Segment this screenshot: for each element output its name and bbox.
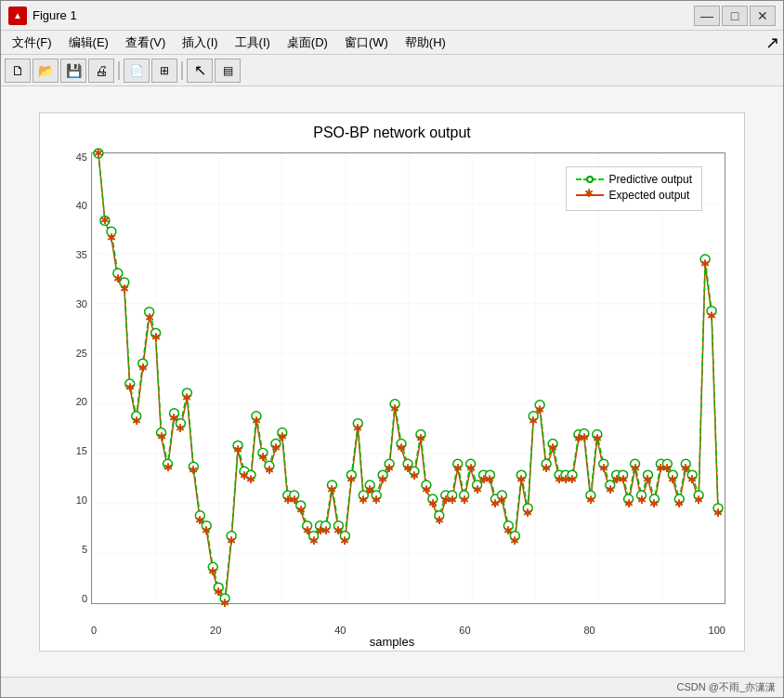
svg-text:✱: ✱ <box>265 464 274 477</box>
svg-text:✱: ✱ <box>435 513 444 526</box>
y-label-35: 35 <box>40 250 87 260</box>
svg-text:✱: ✱ <box>586 493 595 506</box>
svg-text:✱: ✱ <box>674 496 684 509</box>
y-label-25: 25 <box>40 349 87 359</box>
svg-text:✱: ✱ <box>132 414 141 427</box>
new-button[interactable]: 🗋 <box>5 59 31 83</box>
close-button[interactable]: ✕ <box>750 6 776 26</box>
svg-text:✱: ✱ <box>694 493 703 506</box>
svg-text:✱: ✱ <box>397 441 406 454</box>
svg-text:✱: ✱ <box>422 482 431 495</box>
save-button[interactable]: 💾 <box>60 59 86 83</box>
svg-text:✱: ✱ <box>189 464 198 477</box>
legend-expected: ✱ Expected output <box>576 189 692 202</box>
select-button[interactable]: ↖ <box>187 59 213 83</box>
menu-file[interactable]: 文件(F) <box>5 33 59 53</box>
menu-tools[interactable]: 工具(I) <box>228 33 278 53</box>
svg-text:✱: ✱ <box>448 493 457 506</box>
svg-text:✱: ✱ <box>120 282 129 295</box>
legend-predictive-dot <box>586 176 594 183</box>
zoom-button[interactable]: ▤ <box>215 59 241 83</box>
svg-text:✱: ✱ <box>568 473 577 486</box>
open-button[interactable]: 📂 <box>33 59 59 83</box>
minimize-button[interactable]: — <box>694 6 720 26</box>
x-axis-title: samples <box>40 635 744 649</box>
svg-text:✱: ✱ <box>107 231 116 244</box>
svg-text:✱: ✱ <box>713 506 723 519</box>
svg-text:✱: ✱ <box>220 596 229 609</box>
bottom-bar: CSDN @不雨_亦潇潇 <box>1 677 783 697</box>
svg-text:✱: ✱ <box>378 473 387 486</box>
svg-text:✱: ✱ <box>599 462 608 475</box>
svg-text:✱: ✱ <box>138 362 148 375</box>
svg-text:✱: ✱ <box>631 462 640 475</box>
svg-text:✱: ✱ <box>100 214 110 227</box>
svg-text:✱: ✱ <box>523 506 532 519</box>
y-label-20: 20 <box>40 397 87 407</box>
svg-text:✱: ✱ <box>227 533 236 547</box>
svg-text:✱: ✱ <box>649 496 659 509</box>
svg-text:✱: ✱ <box>548 441 557 454</box>
chart-area: PSO-BP network output 0 5 10 15 20 25 30… <box>1 86 783 677</box>
svg-text:✱: ✱ <box>296 503 306 516</box>
svg-text:✱: ✱ <box>542 462 551 475</box>
svg-text:✱: ✱ <box>182 390 191 403</box>
dock-arrow-icon[interactable]: ↗ <box>765 33 779 53</box>
menu-view[interactable]: 查看(V) <box>118 33 173 53</box>
layout-button[interactable]: ⊞ <box>151 59 177 83</box>
chart-svg: ✱✱✱ ✱✱✱ ✱✱✱ ✱✱✱ ✱✱✱ ✱✱✱ ✱✱✱ ✱✱✱ ✱✱✱ ✱✱✱ … <box>92 153 725 603</box>
svg-text:✱: ✱ <box>163 461 173 474</box>
svg-text:✱: ✱ <box>619 473 628 486</box>
print-button[interactable]: 🖨 <box>88 59 114 83</box>
svg-text:✱: ✱ <box>624 496 634 509</box>
export-button[interactable]: 📄 <box>124 59 150 83</box>
legend-expected-star: ✱ <box>584 188 594 199</box>
svg-text:✱: ✱ <box>202 523 211 536</box>
toolbar-sep-1 <box>118 61 120 80</box>
svg-text:✱: ✱ <box>94 146 103 159</box>
menu-desktop[interactable]: 桌面(D) <box>280 33 335 53</box>
menu-insert[interactable]: 插入(I) <box>175 33 225 53</box>
chart-legend: Predictive output ✱ Expected output <box>566 166 702 211</box>
svg-text:✱: ✱ <box>453 462 463 475</box>
svg-text:✱: ✱ <box>580 431 589 444</box>
svg-text:✱: ✱ <box>125 380 135 393</box>
svg-text:✱: ✱ <box>707 309 716 322</box>
legend-predictive-line <box>576 178 604 180</box>
maximize-button[interactable]: □ <box>722 6 748 26</box>
y-label-30: 30 <box>40 299 87 309</box>
legend-expected-label: Expected output <box>609 189 690 202</box>
svg-text:✱: ✱ <box>321 523 331 536</box>
svg-text:✱: ✱ <box>390 402 399 415</box>
window-controls: — □ ✕ <box>694 6 776 26</box>
svg-text:✱: ✱ <box>346 473 356 486</box>
svg-text:✱: ✱ <box>700 257 710 270</box>
y-label-5: 5 <box>40 545 87 555</box>
svg-text:✱: ✱ <box>516 473 526 486</box>
legend-expected-line: ✱ <box>576 194 604 196</box>
window-icon: ▲ <box>8 7 27 25</box>
svg-text:✱: ✱ <box>151 331 161 344</box>
svg-text:✱: ✱ <box>593 432 602 445</box>
svg-text:✱: ✱ <box>385 462 394 475</box>
svg-text:✱: ✱ <box>510 533 519 547</box>
svg-text:✱: ✱ <box>258 451 268 464</box>
svg-text:✱: ✱ <box>410 469 419 482</box>
svg-text:✱: ✱ <box>208 565 217 578</box>
menu-window[interactable]: 窗口(W) <box>337 33 396 53</box>
svg-text:✱: ✱ <box>157 430 166 443</box>
svg-text:✱: ✱ <box>529 414 538 427</box>
menu-help[interactable]: 帮助(H) <box>398 33 453 53</box>
menu-edit[interactable]: 编辑(E) <box>61 33 116 53</box>
main-window: ▲ Figure 1 — □ ✕ 文件(F) 编辑(E) 查看(V) 插入(I)… <box>0 0 784 698</box>
svg-text:✱: ✱ <box>176 421 185 434</box>
y-label-45: 45 <box>40 152 87 163</box>
y-label-0: 0 <box>40 594 87 604</box>
svg-text:✱: ✱ <box>278 430 287 443</box>
svg-text:✱: ✱ <box>485 473 494 486</box>
svg-text:✱: ✱ <box>428 496 438 509</box>
svg-text:✱: ✱ <box>246 473 255 486</box>
svg-text:✱: ✱ <box>668 473 677 486</box>
chart-title: PSO-BP network output <box>40 113 744 141</box>
svg-text:✱: ✱ <box>353 421 362 434</box>
